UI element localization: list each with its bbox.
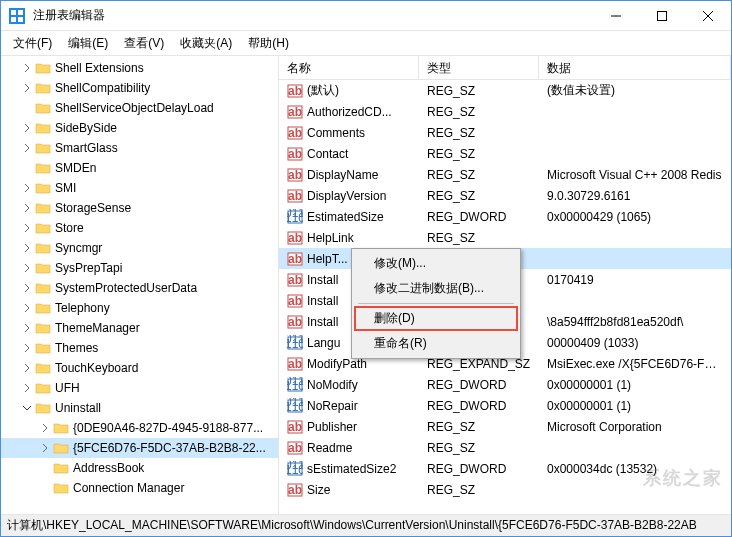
cell-type: REG_SZ: [419, 82, 539, 100]
close-button[interactable]: [685, 1, 731, 31]
list-row[interactable]: abSizeREG_SZ: [279, 479, 731, 500]
minimize-button[interactable]: [593, 1, 639, 31]
chevron-right-icon[interactable]: [37, 444, 53, 452]
tree-item[interactable]: SMDEn: [1, 158, 278, 178]
header-data[interactable]: 数据: [539, 56, 731, 79]
tree-item[interactable]: Uninstall: [1, 398, 278, 418]
list-row[interactable]: abCommentsREG_SZ: [279, 122, 731, 143]
chevron-right-icon[interactable]: [19, 84, 35, 92]
value-name: sEstimatedSize2: [307, 462, 396, 476]
chevron-right-icon[interactable]: [19, 364, 35, 372]
list-row[interactable]: abContactREG_SZ: [279, 143, 731, 164]
tree-item[interactable]: SystemProtectedUserData: [1, 278, 278, 298]
chevron-right-icon[interactable]: [19, 304, 35, 312]
cell-data: 9.0.30729.6161: [539, 187, 731, 205]
tree-item[interactable]: Telephony: [1, 298, 278, 318]
status-path: 计算机\HKEY_LOCAL_MACHINE\SOFTWARE\Microsof…: [7, 517, 697, 534]
binary-value-icon: 011110: [287, 461, 303, 477]
list-row[interactable]: abPublisherREG_SZMicrosoft Corporation: [279, 416, 731, 437]
menu-file[interactable]: 文件(F): [5, 33, 60, 54]
ctx-delete[interactable]: 删除(D): [354, 306, 518, 331]
svg-rect-0: [11, 10, 16, 15]
svg-text:ab: ab: [288, 441, 302, 455]
menu-view[interactable]: 查看(V): [116, 33, 172, 54]
chevron-right-icon[interactable]: [19, 244, 35, 252]
list-row[interactable]: abReadmeREG_SZ: [279, 437, 731, 458]
header-type[interactable]: 类型: [419, 56, 539, 79]
tree-item[interactable]: {5FCE6D76-F5DC-37AB-B2B8-22...: [1, 438, 278, 458]
value-name: EstimatedSize: [307, 210, 384, 224]
value-name: AuthorizedCD...: [307, 105, 392, 119]
chevron-right-icon[interactable]: [19, 284, 35, 292]
tree-item[interactable]: Connection Manager: [1, 478, 278, 498]
tree-item-label: UFH: [55, 381, 80, 395]
header-name[interactable]: 名称: [279, 56, 419, 79]
svg-text:ab: ab: [288, 273, 302, 287]
folder-icon: [53, 441, 69, 455]
tree-item[interactable]: StorageSense: [1, 198, 278, 218]
folder-icon: [53, 461, 69, 475]
tree-item[interactable]: {0DE90A46-827D-4945-9188-877...: [1, 418, 278, 438]
tree-item[interactable]: SmartGlass: [1, 138, 278, 158]
tree-item[interactable]: AddressBook: [1, 458, 278, 478]
chevron-right-icon[interactable]: [19, 184, 35, 192]
chevron-right-icon[interactable]: [19, 64, 35, 72]
tree-item-label: {5FCE6D76-F5DC-37AB-B2B8-22...: [73, 441, 266, 455]
tree-item[interactable]: ShellServiceObjectDelayLoad: [1, 98, 278, 118]
list-row[interactable]: abDisplayNameREG_SZMicrosoft Visual C++ …: [279, 164, 731, 185]
string-value-icon: ab: [287, 482, 303, 498]
tree-item[interactable]: UFH: [1, 378, 278, 398]
ctx-separator: [358, 303, 514, 304]
svg-text:ab: ab: [288, 189, 302, 203]
tree-panel[interactable]: Shell ExtensionsShellCompatibilityShellS…: [1, 56, 279, 514]
value-name: HelpT...: [307, 252, 348, 266]
tree-item[interactable]: Syncmgr: [1, 238, 278, 258]
menu-favorites[interactable]: 收藏夹(A): [172, 33, 240, 54]
cell-name: abHelpLink: [279, 228, 419, 248]
ctx-rename[interactable]: 重命名(R): [354, 331, 518, 356]
folder-icon: [35, 401, 51, 415]
chevron-right-icon[interactable]: [19, 384, 35, 392]
list-row[interactable]: ab(默认)REG_SZ(数值未设置): [279, 80, 731, 101]
list-panel[interactable]: 名称 类型 数据 ab(默认)REG_SZ(数值未设置)abAuthorized…: [279, 56, 731, 514]
chevron-right-icon[interactable]: [19, 204, 35, 212]
svg-text:ab: ab: [288, 357, 302, 371]
tree-item[interactable]: Store: [1, 218, 278, 238]
list-row[interactable]: abAuthorizedCD...REG_SZ: [279, 101, 731, 122]
tree-item[interactable]: ShellCompatibility: [1, 78, 278, 98]
svg-rect-5: [658, 11, 667, 20]
folder-icon: [35, 301, 51, 315]
list-row[interactable]: 011110NoModifyREG_DWORD0x00000001 (1): [279, 374, 731, 395]
chevron-right-icon[interactable]: [19, 344, 35, 352]
ctx-modify[interactable]: 修改(M)...: [354, 251, 518, 276]
list-row[interactable]: 011110EstimatedSizeREG_DWORD0x00000429 (…: [279, 206, 731, 227]
tree-item[interactable]: SMI: [1, 178, 278, 198]
tree-item[interactable]: TouchKeyboard: [1, 358, 278, 378]
tree-item[interactable]: Shell Extensions: [1, 58, 278, 78]
chevron-down-icon[interactable]: [19, 404, 35, 412]
ctx-modify-binary[interactable]: 修改二进制数据(B)...: [354, 276, 518, 301]
chevron-right-icon[interactable]: [37, 424, 53, 432]
tree-item[interactable]: SideBySide: [1, 118, 278, 138]
tree-item[interactable]: Themes: [1, 338, 278, 358]
chevron-right-icon[interactable]: [19, 124, 35, 132]
chevron-right-icon[interactable]: [19, 224, 35, 232]
tree-item[interactable]: ThemeManager: [1, 318, 278, 338]
value-name: Comments: [307, 126, 365, 140]
cell-data: 0x00000001 (1): [539, 376, 731, 394]
chevron-right-icon[interactable]: [19, 144, 35, 152]
maximize-button[interactable]: [639, 1, 685, 31]
folder-icon: [53, 481, 69, 495]
list-row[interactable]: abDisplayVersionREG_SZ9.0.30729.6161: [279, 185, 731, 206]
tree-item[interactable]: SysPrepTapi: [1, 258, 278, 278]
tree-item-label: ShellServiceObjectDelayLoad: [55, 101, 214, 115]
cell-name: 011110NoModify: [279, 375, 419, 395]
chevron-right-icon[interactable]: [19, 264, 35, 272]
chevron-right-icon[interactable]: [19, 324, 35, 332]
list-row[interactable]: 011110NoRepairREG_DWORD0x00000001 (1): [279, 395, 731, 416]
menu-edit[interactable]: 编辑(E): [60, 33, 116, 54]
list-row[interactable]: 011110sEstimatedSize2REG_DWORD0x000034dc…: [279, 458, 731, 479]
cell-data: [539, 131, 731, 135]
menu-help[interactable]: 帮助(H): [240, 33, 297, 54]
list-row[interactable]: abHelpLinkREG_SZ: [279, 227, 731, 248]
